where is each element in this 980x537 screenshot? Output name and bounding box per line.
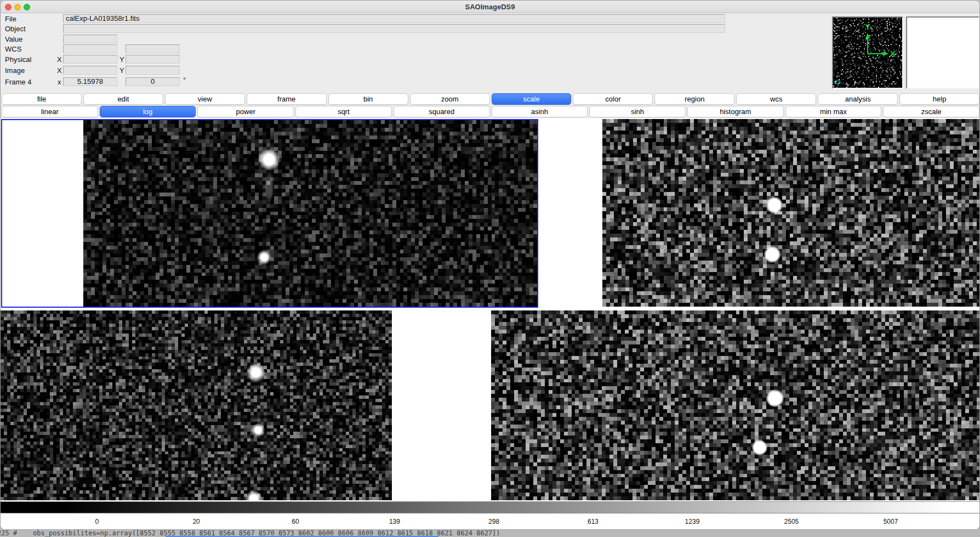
physical-y-label: Y — [119, 55, 124, 64]
star — [764, 246, 780, 263]
menu-wcs[interactable]: wcs — [736, 93, 816, 105]
star — [258, 149, 280, 171]
window-title: SAOImageDS9 — [1, 3, 979, 11]
scale-zscale[interactable]: zscale — [883, 106, 979, 117]
degree-symbol: ° — [183, 76, 186, 84]
image-x-label: X — [57, 66, 62, 75]
menu-frame[interactable]: frame — [247, 93, 327, 105]
colorbar-tick: 2505 — [784, 518, 799, 525]
frame-label: Frame 4 — [5, 78, 31, 86]
image-y-label: Y — [119, 66, 124, 75]
menu-zoom[interactable]: zoom — [410, 93, 490, 105]
scale-asinh[interactable]: asinh — [492, 106, 588, 117]
frame-4-active[interactable] — [1, 119, 538, 308]
frame-top-right-image[interactable] — [602, 119, 980, 307]
menu-analysis[interactable]: analysis — [818, 93, 898, 105]
scale-power[interactable]: power — [197, 106, 294, 117]
value-label: Value — [5, 35, 22, 43]
star — [766, 389, 784, 407]
main-menu-bar: file edit view frame bin zoom scale colo… — [1, 93, 980, 105]
colorbar-tick: 1239 — [685, 518, 700, 525]
frame-bottom-right-image[interactable] — [491, 310, 980, 500]
panner[interactable]: Y X — [832, 16, 903, 89]
object-label: Object — [5, 25, 26, 33]
screen: 225 # obs_possibilites=np.array([8552 85… — [0, 0, 980, 537]
file-label: File — [5, 15, 16, 23]
scale-sqrt[interactable]: sqrt — [295, 106, 392, 117]
star — [766, 197, 783, 213]
star — [752, 440, 767, 455]
colorbar-tick: 20 — [192, 518, 200, 525]
noise-texture — [83, 120, 537, 307]
scale-histogram[interactable]: histogram — [687, 106, 784, 117]
value-field[interactable] — [63, 35, 117, 43]
scale-minmax[interactable]: min max — [785, 106, 882, 117]
menu-file[interactable]: file — [2, 93, 82, 105]
colorbar[interactable] — [1, 501, 980, 513]
file-field[interactable]: calExp-LA019358r1.fits — [63, 14, 725, 23]
scale-squared[interactable]: squared — [394, 106, 490, 117]
compass-y-label: Y — [865, 22, 870, 31]
scale-linear[interactable]: linear — [2, 106, 98, 117]
frame-x-label: x — [58, 78, 61, 86]
compass-x-label: X — [890, 49, 896, 58]
frame-bottom-left-image[interactable] — [1, 310, 392, 500]
colorbar-tick: 0 — [95, 518, 99, 525]
menu-help[interactable]: help — [899, 93, 979, 105]
menu-view[interactable]: view — [165, 93, 245, 105]
physical-y-field[interactable] — [126, 55, 180, 64]
object-field[interactable] — [63, 24, 725, 33]
colorbar-tick-labels: 0 20 60 139 298 613 1239 2505 5007 — [1, 514, 980, 530]
colorbar-tick: 60 — [292, 518, 299, 525]
wcs-x-field[interactable] — [63, 44, 117, 53]
menu-color[interactable]: color — [573, 93, 653, 105]
star — [257, 250, 271, 264]
frame-rotation-field[interactable]: 0 — [126, 77, 180, 86]
colorbar-tick: 613 — [588, 518, 599, 525]
wcs-y-field[interactable] — [126, 44, 180, 53]
colorbar-tick: 5007 — [884, 518, 898, 525]
scale-menu-bar: linear log power sqrt squared asinh sinh… — [1, 106, 980, 117]
title-bar: SAOImageDS9 — [1, 1, 979, 13]
ds9-window: SAOImageDS9 File Object Value WCS Physic… — [0, 0, 980, 530]
image-x-field[interactable] — [63, 66, 117, 75]
physical-x-label: X — [57, 55, 62, 64]
physical-label: Physical — [5, 55, 31, 64]
image-label: Image — [5, 66, 25, 75]
noise-texture — [1, 310, 392, 500]
panner-viewport-marker[interactable] — [835, 81, 840, 84]
noise-texture — [491, 310, 980, 500]
star-tail — [264, 171, 274, 204]
menu-bin[interactable]: bin — [328, 93, 408, 105]
noise-texture — [602, 119, 980, 307]
image-y-field[interactable] — [126, 66, 180, 75]
physical-x-field[interactable] — [63, 55, 117, 64]
magnifier[interactable] — [906, 16, 979, 89]
colorbar-tick: 139 — [389, 518, 400, 525]
menu-edit[interactable]: edit — [83, 93, 163, 105]
colorbar-tick: 298 — [488, 518, 499, 525]
star — [247, 363, 265, 382]
frames-area — [1, 118, 980, 501]
wcs-label: WCS — [5, 45, 21, 53]
star — [252, 423, 265, 437]
frame-4-image[interactable] — [83, 120, 537, 307]
scale-log[interactable]: log — [100, 106, 196, 117]
frame-zoom-field[interactable]: 5.15978 — [63, 77, 117, 86]
menu-scale[interactable]: scale — [492, 93, 572, 105]
compass-icon: Y X — [833, 18, 902, 88]
menu-region[interactable]: region — [654, 93, 734, 105]
scale-sinh[interactable]: sinh — [589, 106, 686, 117]
